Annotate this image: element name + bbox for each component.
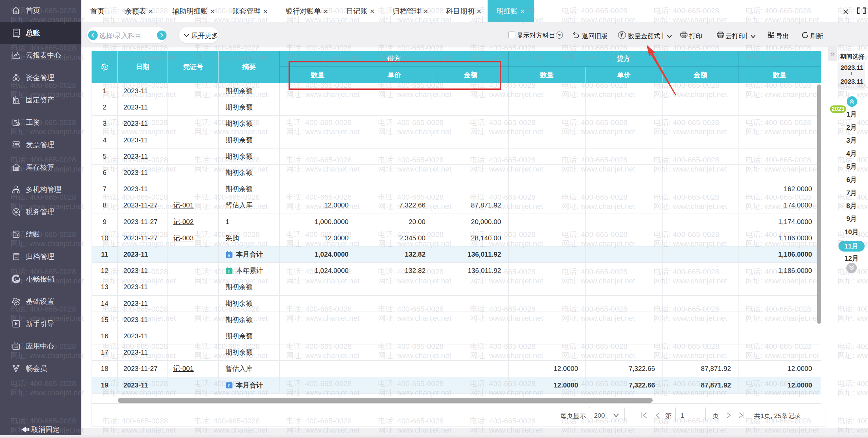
svg-text:月: 月 [228,270,231,273]
svg-text:月: 月 [228,384,231,387]
svg-text:月: 月 [228,254,231,257]
svg-text:¥: ¥ [18,35,20,38]
svg-text:¥: ¥ [17,122,19,126]
